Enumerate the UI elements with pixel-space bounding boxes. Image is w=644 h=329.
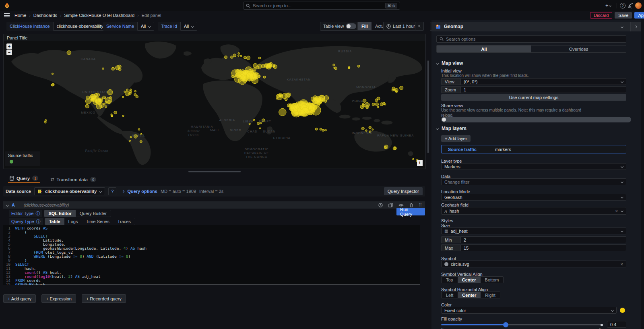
- section-map-view[interactable]: Map view: [436, 60, 626, 66]
- map-attribution-button[interactable]: i: [417, 160, 423, 166]
- expression-button[interactable]: + Expression: [41, 294, 76, 303]
- top-option[interactable]: Top: [442, 277, 458, 283]
- geohash-field-select[interactable]: A hash ×: [441, 207, 626, 215]
- code-line[interactable]: 9 ): [3, 259, 420, 263]
- clickhouse-icon: [38, 189, 42, 194]
- add-layer-button[interactable]: + Add layer: [441, 135, 471, 142]
- zoom-out-button[interactable]: [415, 22, 424, 31]
- share-view-toggle[interactable]: [441, 117, 631, 122]
- fill-option[interactable]: Fill: [358, 22, 372, 30]
- help-icon[interactable]: ?: [620, 3, 625, 8]
- duplicate-icon[interactable]: [388, 203, 393, 207]
- main-scrollbar[interactable]: [427, 60, 429, 153]
- variable-service-name: Service Name All: [103, 22, 154, 31]
- breadcrumb-dashboards[interactable]: Dashboards: [33, 13, 57, 18]
- world-map: [4, 41, 425, 168]
- datasource-picker[interactable]: clickhouse-observability: [34, 187, 105, 195]
- run-query-button[interactable]: Run Query: [396, 208, 425, 215]
- time-series-option[interactable]: Time Series: [82, 218, 113, 225]
- color-swatch[interactable]: [620, 308, 625, 313]
- panel-type-chevron-icon[interactable]: [621, 25, 623, 28]
- collapse-pane-button[interactable]: [630, 22, 641, 31]
- map-zoom-in-button[interactable]: +: [6, 43, 12, 49]
- use-current-map-settings-button[interactable]: Use current map settings: [441, 94, 626, 101]
- map-zoom-out-button[interactable]: −: [6, 50, 12, 55]
- table-view-toggle[interactable]: Table view: [320, 22, 359, 31]
- query-type-label: Query Typeⓘ: [9, 218, 43, 225]
- symbol-select[interactable]: circle.svg ×: [441, 261, 626, 267]
- color-select[interactable]: Fixed color: [441, 307, 617, 314]
- map-canvas[interactable]: RUSSIACANADAUNITED STATESMEXICOBRAZILKAZ…: [4, 41, 425, 168]
- center-option[interactable]: Center: [458, 292, 481, 298]
- code-line[interactable]: 10SELECT: [3, 263, 420, 267]
- query-options-link[interactable]: Query options: [127, 189, 157, 194]
- center-option[interactable]: Center: [458, 277, 481, 283]
- tab-transform-data[interactable]: ⇄ Transform data 0: [50, 177, 96, 182]
- view-select[interactable]: (0°, 0°): [460, 78, 626, 85]
- clear-icon[interactable]: ×: [621, 262, 623, 267]
- breadcrumb-home[interactable]: Home: [14, 13, 26, 18]
- code-line[interactable]: 3 SELECT: [3, 234, 420, 238]
- tab-all[interactable]: All: [437, 46, 531, 52]
- apply-button[interactable]: Apply: [634, 12, 644, 19]
- menu-toggle-icon[interactable]: [4, 13, 10, 17]
- grafana-logo-icon[interactable]: [4, 2, 10, 9]
- code-line[interactable]: 1WITH coords AS: [3, 226, 420, 230]
- sql-code[interactable]: 1WITH coords AS2 (3 SELECT4 Latitude,5 L…: [3, 225, 420, 285]
- avatar[interactable]: [635, 2, 642, 9]
- code-line[interactable]: 2 (: [3, 230, 420, 234]
- section-map-layers[interactable]: Map layers: [436, 126, 626, 131]
- left-option[interactable]: Left: [442, 292, 458, 298]
- fill-opacity-value[interactable]: 0.4: [607, 321, 626, 328]
- panel-resize-handle[interactable]: [188, 171, 241, 172]
- datasource-help-icon[interactable]: ?: [108, 187, 116, 195]
- code-line[interactable]: 11 hash,: [3, 267, 420, 271]
- layer-name: Source traffic: [448, 147, 477, 152]
- options-header[interactable]: Geomap: [431, 22, 641, 31]
- traces-option[interactable]: Traces: [114, 218, 135, 225]
- discard-button[interactable]: Discard: [590, 12, 612, 19]
- data-select[interactable]: Change filter: [441, 178, 626, 185]
- variable-trace-id: Trace Id All: [158, 22, 197, 31]
- clear-icon[interactable]: ×: [615, 209, 618, 213]
- table-option[interactable]: Table: [45, 218, 64, 225]
- tab-overrides[interactable]: Overrides: [531, 46, 626, 52]
- code-line[interactable]: 8 WHERE (Longitude != 0) AND (Latitude !…: [3, 255, 420, 259]
- bottom-option[interactable]: Bottom: [481, 277, 504, 283]
- layer-item[interactable]: Source traffic markers: [441, 145, 626, 153]
- editor-type-label: Editor Typeⓘ: [9, 210, 42, 217]
- toggle-off[interactable]: [346, 23, 356, 29]
- breadcrumb-dashboard-name[interactable]: Simple ClickHouse OTel Dashboard: [64, 13, 134, 18]
- query-builder-option[interactable]: Query Builder: [76, 210, 111, 217]
- options-search-input[interactable]: Search options: [436, 35, 626, 43]
- zoom-input[interactable]: 1: [460, 86, 626, 93]
- collapse-query-icon[interactable]: [6, 203, 9, 206]
- news-icon[interactable]: [628, 3, 634, 9]
- layer-type-select[interactable]: Markers: [441, 163, 626, 170]
- min-input[interactable]: 2: [460, 236, 626, 243]
- geomap-panel[interactable]: Panel Title: [3, 34, 426, 169]
- query-letter: A: [12, 203, 15, 207]
- add-menu-button[interactable]: +: [605, 2, 611, 8]
- add-query-button[interactable]: + Add query: [3, 294, 36, 303]
- max-input[interactable]: 15: [460, 244, 626, 251]
- variable-value-dropdown[interactable]: All: [180, 22, 197, 31]
- code-scrollbar[interactable]: [21, 284, 420, 285]
- right-option[interactable]: Right: [481, 292, 500, 298]
- panel-title[interactable]: Panel Title: [7, 35, 27, 40]
- size-field-select[interactable]: ▦ adj_heat: [441, 228, 626, 234]
- code-line[interactable]: 13 round(log10(heat), 2) AS adj_heat: [3, 275, 420, 279]
- variable-value-dropdown[interactable]: All: [137, 22, 154, 31]
- global-search-input[interactable]: Search or jump to... ⌘+k: [243, 2, 400, 10]
- save-button[interactable]: Save: [615, 12, 632, 19]
- query-row-header[interactable]: A (clickhouse-observability) ⠿: [3, 201, 425, 209]
- history-icon[interactable]: [378, 203, 383, 207]
- tab-query[interactable]: Query 1: [10, 176, 38, 183]
- recorded-query-button[interactable]: + Recorded query: [82, 294, 126, 303]
- query-inspector-button[interactable]: Query Inspector: [384, 187, 423, 195]
- code-line[interactable]: 14FROM coords: [3, 279, 420, 283]
- logs-option[interactable]: Logs: [64, 218, 82, 225]
- sql-editor-option[interactable]: SQL Editor: [44, 210, 75, 217]
- location-mode-select[interactable]: Geohash: [441, 194, 626, 201]
- query-options-chevron-icon[interactable]: [122, 190, 124, 192]
